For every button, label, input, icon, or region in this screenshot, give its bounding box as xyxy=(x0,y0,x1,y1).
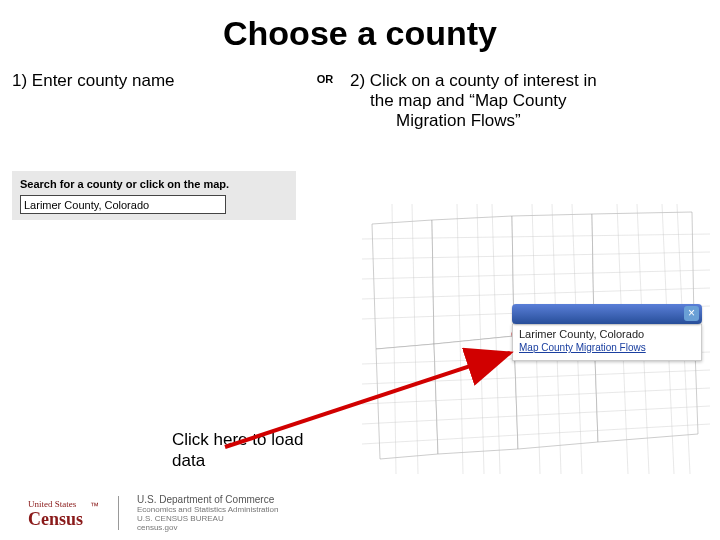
search-panel: Search for a county or click on the map. xyxy=(12,171,296,220)
census-footer: United States Census ™ U.S. Department o… xyxy=(28,494,278,532)
svg-text:™: ™ xyxy=(90,501,99,511)
svg-text:Census: Census xyxy=(28,509,83,529)
or-separator: OR xyxy=(300,71,350,220)
footer-divider xyxy=(118,496,119,530)
map-popup-county-name: Larimer County, Colorado xyxy=(519,328,695,340)
load-data-note: Click here to load data xyxy=(172,429,303,472)
instruction-click-3: Migration Flows” xyxy=(396,111,708,131)
us-county-map[interactable]: × Larimer County, Colorado Map County Mi… xyxy=(362,204,710,474)
map-popup-close-button[interactable]: × xyxy=(684,306,699,321)
census-logo-icon: United States Census ™ xyxy=(28,495,100,531)
map-popup: × Larimer County, Colorado Map County Mi… xyxy=(512,304,702,361)
svg-text:United States: United States xyxy=(28,499,77,509)
instruction-enter: 1) Enter county name xyxy=(12,71,300,91)
map-popup-header: × xyxy=(512,304,702,324)
footer-sub1: Economics and Statistics Administration xyxy=(137,505,278,514)
instruction-click-1: 2) Click on a county of interest in xyxy=(350,71,698,91)
county-search-input[interactable] xyxy=(20,195,226,214)
footer-sub2: U.S. CENSUS BUREAU xyxy=(137,514,278,523)
footer-dept: U.S. Department of Commerce xyxy=(137,494,278,505)
page-title: Choose a county xyxy=(0,14,720,53)
footer-site: census.gov xyxy=(137,523,278,532)
instruction-click-2: the map and “Map County xyxy=(370,91,708,111)
search-label: Search for a county or click on the map. xyxy=(20,177,288,191)
map-popup-migration-link[interactable]: Map County Migration Flows xyxy=(519,342,695,354)
